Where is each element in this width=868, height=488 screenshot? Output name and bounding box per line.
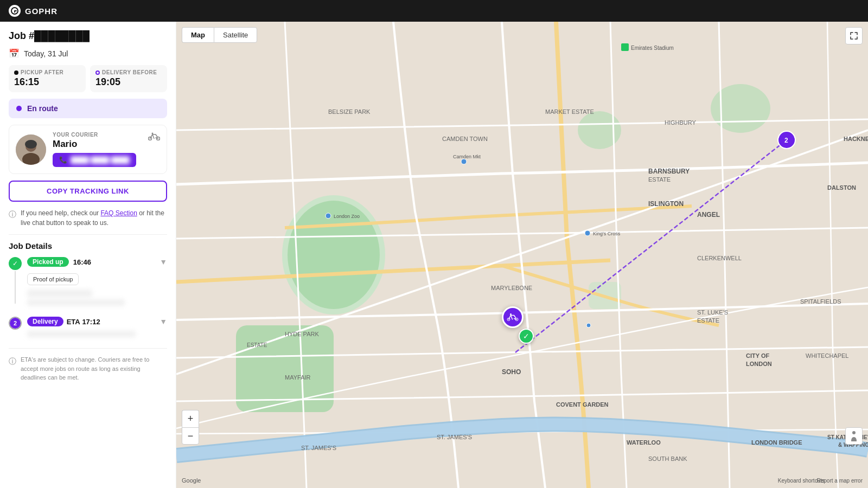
courier-name: Mario bbox=[53, 139, 160, 150]
pickup-dot-icon bbox=[14, 70, 18, 75]
status-dot-icon bbox=[16, 106, 22, 111]
pickup-label: PICKUP AFTER bbox=[14, 69, 80, 75]
sidebar: Job #████████ 📅 Today, 31 Jul PICKUP AFT… bbox=[0, 22, 176, 488]
courier-phone-button[interactable]: 📞 ████ ████ ████ bbox=[53, 153, 136, 167]
svg-text:CAMDEN TOWN: CAMDEN TOWN bbox=[442, 136, 488, 142]
help-text: ⓘ If you need help, check our FAQ Sectio… bbox=[9, 208, 167, 228]
footer-note: ⓘ ETA's are subject to change. Couriers … bbox=[9, 348, 167, 382]
divider-1 bbox=[9, 234, 167, 235]
delivery-circle-icon: 2 bbox=[9, 317, 22, 330]
svg-text:CLERKENWELL: CLERKENWELL bbox=[697, 255, 742, 261]
delivery-badge: Delivery bbox=[27, 317, 63, 326]
map-report: Report a map error bbox=[817, 478, 863, 484]
pickup-time: 16:15 bbox=[14, 76, 80, 88]
proof-of-pickup-button[interactable]: Proof of pickup bbox=[27, 273, 79, 285]
svg-text:Emirates Stadium: Emirates Stadium bbox=[631, 45, 674, 51]
svg-point-59 bbox=[510, 313, 512, 315]
svg-text:ESTATE: ESTATE bbox=[247, 342, 267, 348]
gophr-g-icon bbox=[9, 5, 21, 17]
map-fullscreen-button[interactable] bbox=[845, 27, 863, 44]
svg-text:London Zoo: London Zoo bbox=[334, 214, 360, 219]
delivery-step-content: Delivery ETA 17:12 ▼ bbox=[27, 317, 167, 337]
pickup-name-blurred bbox=[27, 290, 92, 297]
delivery-time: 19:05 bbox=[95, 76, 162, 88]
courier-info: YOUR COURIER Mario 📞 ████ ████ ████ bbox=[53, 132, 160, 167]
courier-avatar bbox=[16, 134, 46, 165]
job-step-delivery: 2 Delivery ETA 17:12 ▼ bbox=[9, 317, 167, 337]
svg-point-12 bbox=[578, 111, 621, 149]
svg-text:ESTATE: ESTATE bbox=[648, 176, 671, 183]
svg-text:HYDE PARK: HYDE PARK bbox=[285, 331, 319, 337]
svg-text:King's Cross: King's Cross bbox=[593, 231, 621, 236]
delivery-addr-blurred bbox=[27, 331, 136, 337]
footer-info-icon: ⓘ bbox=[9, 356, 16, 367]
gophr-logo-text: GOPHR bbox=[25, 7, 58, 16]
svg-point-48 bbox=[585, 230, 590, 236]
map-container: BELSIZE PARK CAMDEN TOWN MARKET ESTATE H… bbox=[176, 22, 868, 488]
courier-section: YOUR COURIER Mario 📞 ████ ████ ████ bbox=[9, 125, 167, 174]
svg-point-4 bbox=[25, 140, 37, 149]
svg-point-50 bbox=[326, 213, 331, 219]
gophr-logo: GOPHR bbox=[9, 5, 58, 17]
courier-pin-icon bbox=[502, 306, 524, 328]
delivery-number: 2 bbox=[10, 318, 21, 329]
svg-text:DALSTON: DALSTON bbox=[827, 184, 856, 191]
status-bar: En route bbox=[9, 99, 167, 118]
google-logo: Google bbox=[182, 477, 201, 484]
pickup-map-marker: ✓ bbox=[519, 329, 534, 344]
bike-icon bbox=[148, 132, 160, 143]
delivery-dot-icon bbox=[95, 70, 100, 75]
svg-text:CITY OF: CITY OF bbox=[746, 352, 769, 359]
pickup-addr-blurred bbox=[27, 299, 125, 306]
copy-tracking-link-button[interactable]: COPY TRACKING LINK bbox=[9, 181, 167, 202]
job-title: Job #████████ bbox=[9, 30, 167, 42]
delivery-step-header: Delivery ETA 17:12 ▼ bbox=[27, 317, 167, 326]
street-view-button[interactable] bbox=[845, 427, 863, 445]
courier-map-marker bbox=[502, 306, 524, 328]
status-text: En route bbox=[27, 104, 58, 113]
svg-text:ISLINGTON: ISLINGTON bbox=[648, 200, 684, 208]
svg-text:MARYLEBONE: MARYLEBONE bbox=[491, 285, 532, 291]
svg-text:WATERLOO: WATERLOO bbox=[627, 439, 661, 446]
map-tab-map[interactable]: Map bbox=[182, 27, 214, 43]
svg-point-53 bbox=[461, 159, 467, 164]
svg-text:BARNSBURY: BARNSBURY bbox=[648, 168, 690, 175]
svg-text:Camden Mkt: Camden Mkt bbox=[453, 154, 481, 159]
step-icon-col-1: ✓ bbox=[9, 257, 22, 305]
map-tab-satellite[interactable]: Satellite bbox=[214, 27, 257, 43]
delivery-eta: ETA 17:12 bbox=[67, 318, 100, 326]
step-icon-col-2: 2 bbox=[9, 317, 22, 330]
times-row: PICKUP AFTER 16:15 DELIVERY BEFORE 19:05 bbox=[9, 65, 167, 92]
main-layout: Job #████████ 📅 Today, 31 Jul PICKUP AFT… bbox=[0, 22, 868, 488]
svg-text:ST. JAMES'S: ST. JAMES'S bbox=[437, 434, 472, 440]
svg-point-60 bbox=[852, 431, 856, 434]
job-date: 📅 Today, 31 Jul bbox=[9, 48, 167, 59]
zoom-out-button[interactable]: − bbox=[182, 427, 199, 445]
pickup-check-icon: ✓ bbox=[9, 257, 22, 270]
svg-point-13 bbox=[711, 84, 770, 133]
svg-text:ESTATE: ESTATE bbox=[697, 317, 719, 324]
faq-link[interactable]: FAQ Section bbox=[100, 209, 137, 217]
map-controls-top: Map Satellite bbox=[182, 27, 257, 43]
svg-point-7 bbox=[152, 133, 154, 134]
svg-text:BELSIZE PARK: BELSIZE PARK bbox=[328, 108, 371, 115]
svg-point-52 bbox=[586, 323, 591, 328]
svg-text:COVENT GARDEN: COVENT GARDEN bbox=[556, 401, 609, 408]
delivery-badge-row: Delivery ETA 17:12 bbox=[27, 317, 100, 326]
svg-text:MAYFAIR: MAYFAIR bbox=[285, 374, 311, 381]
svg-text:LONDON: LONDON bbox=[746, 361, 772, 367]
svg-text:SPITALFIELDS: SPITALFIELDS bbox=[800, 298, 841, 305]
svg-text:WHITECHAPEL: WHITECHAPEL bbox=[806, 352, 848, 359]
delivery-chevron-icon[interactable]: ▼ bbox=[159, 317, 167, 326]
picked-up-badge: Picked up bbox=[27, 257, 69, 267]
pickup-chevron-icon[interactable]: ▼ bbox=[159, 258, 167, 266]
pickup-time-value: 16:46 bbox=[73, 258, 91, 266]
header: GOPHR bbox=[0, 0, 868, 22]
job-step-pickup: ✓ Picked up 16:46 ▼ Proof of pickup bbox=[9, 257, 167, 306]
step-connector-line bbox=[15, 271, 16, 304]
zoom-in-button[interactable]: + bbox=[182, 410, 199, 427]
delivery-time-box: DELIVERY BEFORE 19:05 bbox=[90, 65, 167, 92]
calendar-icon: 📅 bbox=[9, 48, 20, 59]
map-zoom-controls: + − bbox=[182, 410, 199, 445]
pickup-step-header: Picked up 16:46 ▼ bbox=[27, 257, 167, 267]
